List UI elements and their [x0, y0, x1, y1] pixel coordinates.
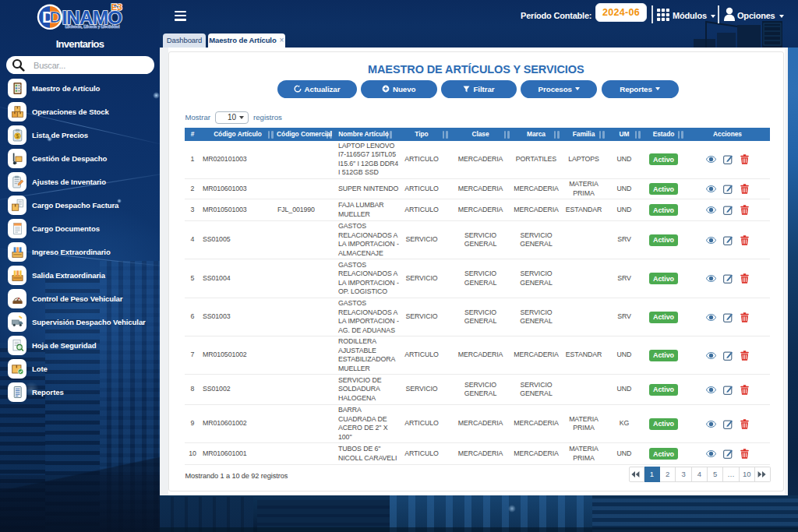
svg-text:$: $: [16, 133, 19, 139]
svg-text:E3: E3: [111, 2, 122, 12]
svg-text:Eficiencia, Eficacia y Efectiv: Eficiencia, Eficacia y Efectividad: [65, 25, 120, 29]
svg-text:D: D: [50, 8, 62, 26]
